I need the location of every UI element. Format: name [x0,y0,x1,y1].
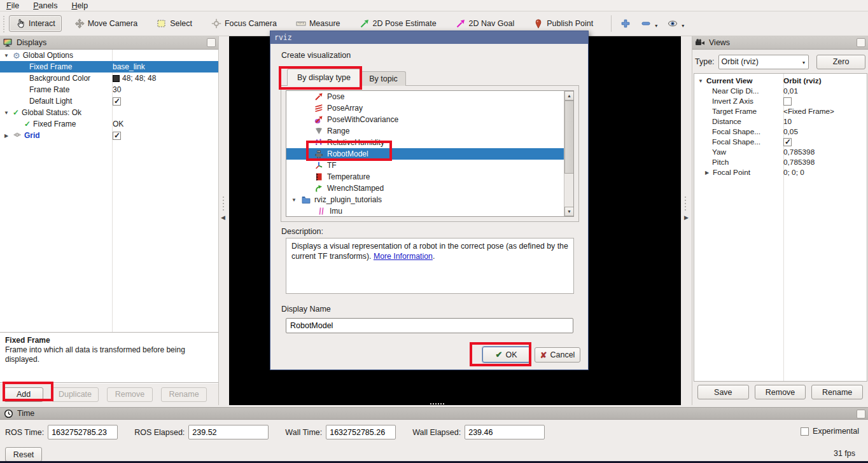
cancel-button[interactable]: ✘Cancel [535,347,580,363]
right-splitter[interactable]: ▶ [681,36,692,405]
list-item-posearray[interactable]: PoseArray [286,102,573,114]
dialog-heading: Create visualization [281,51,351,60]
views-tree: ▼Current View Orbit (rviz) Near Clip Di.… [694,73,867,382]
list-item-robotmodel[interactable]: RobotModel [286,148,573,160]
view-type-select[interactable]: Orbit (rviz) ▾ [718,55,809,69]
scrollbar-thumb[interactable] [564,100,574,174]
expander-down-icon[interactable]: ▼ [697,78,704,84]
description-label: Description: [281,227,323,236]
wall-elapsed-input[interactable] [465,425,545,439]
more-information-link[interactable]: More Information [374,252,433,261]
move-camera-tool-button[interactable]: Move Camera [68,15,144,32]
views-row-near-clip[interactable]: Near Clip Di... 0,01 [694,86,867,96]
remove-tool-button[interactable]: ▾ [637,15,661,32]
menu-panels[interactable]: Panels [33,1,57,10]
interact-tool-button[interactable]: Interact [9,15,62,32]
scroll-down-icon[interactable]: ▼ [564,207,574,216]
tab-by-topic[interactable]: By topic [361,71,406,86]
tool-label: 2D Nav Goal [469,19,515,28]
focus-camera-tool-button[interactable]: Focus Camera [205,15,283,32]
tree-row-background-color[interactable]: Background Color 48; 48; 48 [0,73,218,84]
tree-row-global-options[interactable]: ▼ ⚙ Global Options [0,50,218,61]
cancel-x-icon: ✘ [540,350,547,360]
tab-by-display-type[interactable]: By display type [287,69,361,86]
expander-down-icon[interactable]: ▼ [290,197,298,203]
select-tool-button[interactable]: Select [150,15,199,32]
checkbox-checked[interactable] [783,138,792,146]
select-box-icon [157,18,167,29]
panel-float-button[interactable] [857,410,865,418]
collapse-right-icon[interactable]: ▶ [684,214,689,221]
collapse-left-icon[interactable]: ◀ [221,214,225,221]
views-row-yaw[interactable]: Yaw 0,785398 [694,147,867,157]
wall-time-input[interactable] [326,425,396,439]
rename-view-button[interactable]: Rename [811,385,863,399]
ros-elapsed-input[interactable] [188,425,269,439]
views-row-focal-point[interactable]: ▶Focal Point 0; 0; 0 [694,167,867,177]
list-item-wrenchstamped[interactable]: WrenchStamped [286,183,573,194]
pose-icon [314,92,323,101]
tree-row-fixed-frame-status[interactable]: ✓ Fixed Frame OK [0,118,218,130]
tree-row-grid[interactable]: ▶ Grid [0,130,218,141]
wall-time-label: Wall Time: [285,428,322,437]
dialog-titlebar[interactable]: rviz [270,31,588,44]
list-item-pose[interactable]: Pose [286,91,573,102]
save-button[interactable]: Save [697,385,749,399]
tree-row-default-light[interactable]: Default Light [0,95,218,107]
scroll-up-icon[interactable]: ▲ [564,91,574,100]
panel-float-button[interactable] [857,38,865,47]
rename-button[interactable]: Rename [161,387,207,402]
tree-row-global-status[interactable]: ▼ ✓ Global Status: Ok [0,107,218,118]
list-item-rviz-plugin-tutorials[interactable]: ▼ rviz_plugin_tutorials [286,194,573,205]
dropdown-caret-icon: ▾ [655,23,657,29]
views-row-current-view[interactable]: ▼Current View Orbit (rviz) [694,76,867,86]
remove-button[interactable]: Remove [107,387,153,402]
publish-point-tool-button[interactable]: Publish Point [527,15,599,32]
views-row-distance[interactable]: Distance 10 [694,116,867,127]
list-item-tf[interactable]: TF [286,160,573,171]
highlight-add-rect [3,382,53,401]
views-row-focal-shape-fixed[interactable]: Focal Shape... [694,137,867,147]
zero-button[interactable]: Zero [816,55,865,69]
nav-goal-tool-button[interactable]: 2D Nav Goal [449,15,521,32]
tool-label: Publish Point [547,19,593,28]
views-row-pitch[interactable]: Pitch 0,785398 [694,157,867,167]
toolbar-drag-handle[interactable] [2,15,6,32]
views-row-focal-shape-size[interactable]: Focal Shape... 0,05 [694,127,867,137]
display-name-input[interactable] [286,318,573,333]
tree-row-frame-rate[interactable]: Frame Rate 30 [0,84,218,95]
checkbox-checked[interactable] [113,132,121,140]
menu-file[interactable]: File [6,1,19,10]
pose-estimate-tool-button[interactable]: 2D Pose Estimate [353,15,443,32]
add-tool-button[interactable] [617,15,634,32]
list-item-temperature[interactable]: Temperature [286,171,573,183]
checkbox-checked[interactable] [113,97,121,106]
experimental-toggle: Experimental [801,427,859,436]
remove-view-button[interactable]: Remove [755,385,806,399]
left-splitter[interactable]: ◀ [219,36,229,405]
list-item-imu[interactable]: Imu [286,205,573,217]
list-item-posewithcovariance[interactable]: PoseWithCovariance [286,114,573,125]
list-item-range[interactable]: Range [286,125,573,137]
expander-down-icon[interactable]: ▼ [3,53,10,59]
views-row-target-frame[interactable]: Target Frame <Fixed Frame> [694,106,867,116]
list-item-relativehumidity[interactable]: RelativeHumidity [286,137,573,148]
expander-right-icon[interactable]: ▶ [703,170,711,176]
panel-float-button[interactable] [207,38,216,47]
expander-down-icon[interactable]: ▼ [3,110,10,116]
time-fields-row: ROS Time: ROS Elapsed: Wall Time: Wall E… [5,425,561,439]
tool-visibility-button[interactable]: ▾ [664,15,688,32]
ros-time-input[interactable] [48,425,118,439]
views-row-invert-z[interactable]: Invert Z Axis [694,96,867,106]
list-scrollbar[interactable]: ▲ ▼ [564,91,573,216]
type-label: Type: [695,57,715,66]
menu-help[interactable]: Help [71,1,88,10]
checkbox-unchecked[interactable] [783,97,792,106]
reset-button[interactable]: Reset [5,447,42,462]
expander-right-icon[interactable]: ▶ [3,133,10,139]
experimental-checkbox[interactable] [801,427,809,436]
tree-row-fixed-frame[interactable]: Fixed Frame base_link [0,61,218,73]
duplicate-button[interactable]: Duplicate [52,387,99,402]
measure-tool-button[interactable]: Measure [290,15,347,32]
ok-button[interactable]: ✔OK [482,347,530,363]
